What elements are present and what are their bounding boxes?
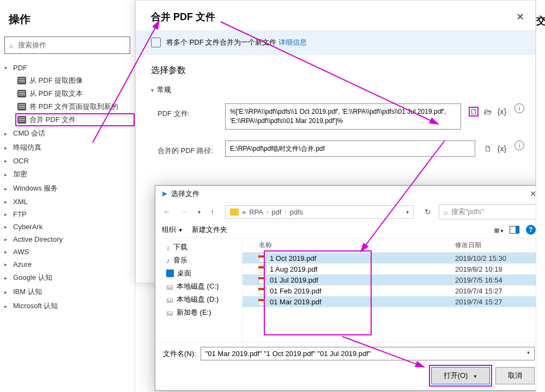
filename-input[interactable]: "01 Mar 2019.pdf" "1 Oct 2019.pdf" "01 J… [201, 347, 535, 360]
select-file-icon[interactable]: 🗋 [483, 144, 493, 154]
section-title: 选择参数 [136, 55, 535, 82]
variable-icon[interactable]: {x} [497, 107, 507, 117]
disk-icon: 🖴 [166, 296, 173, 304]
pdf-icon [151, 38, 161, 47]
merged-path-input[interactable]: E:\RPA\pdf\pdf临时文件\合并.pdf [225, 140, 475, 157]
refresh-icon[interactable]: ↻ [422, 205, 433, 218]
folder-icon[interactable]: 🗁 [483, 107, 493, 117]
tree-group[interactable]: ▸CyberArk [0, 220, 135, 233]
search-actions-input[interactable]: ⌕ 搜索操作 [4, 36, 130, 54]
pdf-files-input[interactable]: %['E:\\RPA\\pdf\\pdfs\\1 Oct 2019.pdf', … [225, 103, 461, 130]
flow-icon: ➤ [161, 189, 168, 199]
search-icon: ⌕ [9, 41, 14, 50]
music-icon: ♪ [166, 256, 170, 265]
disk-icon: 🖴 [166, 283, 173, 291]
file-row[interactable]: 1 Aug 2019.pdf2019/8/2 10:18 [243, 264, 542, 274]
tree-group[interactable]: ▸OCR [0, 155, 135, 167]
info-banner: 将多个 PDF 文件合并为一个新文件 详细信息 [136, 30, 535, 55]
tree-group[interactable]: ▸CMD 会话 [0, 126, 135, 140]
pdf-file-icon [259, 265, 267, 273]
sidebar-desktop[interactable]: 桌面 [155, 267, 242, 280]
chevron-right-icon: ▸ [4, 145, 12, 151]
dialog-title: 合并 PDF 文件 [151, 10, 215, 23]
nav-forward-icon[interactable]: → [178, 206, 190, 217]
tree-item-merge-pdf[interactable]: 合并 PDF 文件 [15, 113, 135, 126]
file-row[interactable]: 01 Jul 2019.pdf2019/7/5 16:54 [243, 274, 542, 285]
action-icon [17, 90, 26, 97]
tree-group[interactable]: ▸XML [0, 195, 135, 208]
info-icon[interactable]: i [514, 103, 524, 113]
chevron-right-icon: ▸ [4, 199, 12, 205]
nav-back-icon[interactable]: ← [161, 206, 173, 217]
info-icon[interactable]: i [514, 140, 524, 150]
preview-pane-icon[interactable] [510, 226, 519, 234]
tree-group[interactable]: ▸加密 [0, 167, 135, 181]
chevron-right-icon: ▸ [4, 131, 12, 137]
file-dialog-title: 选择文件 [171, 189, 199, 199]
search-icon: ⌕ [444, 208, 448, 216]
download-icon: ↓ [166, 243, 170, 252]
chevron-right-icon: ▸ [4, 224, 12, 230]
chevron-down-icon: ▾ [4, 65, 12, 71]
tree-group[interactable]: ▸Windows 服务 [0, 181, 135, 195]
tree-group[interactable]: ▸Microsoft 认知 [0, 299, 135, 313]
tree-group[interactable]: ▸Active Directory [0, 233, 135, 246]
tree-group[interactable]: ▸Azure [0, 258, 135, 271]
nav-up-icon[interactable]: ↑ [208, 206, 216, 217]
tree-item-extract-images[interactable]: 从 PDF 提取图像 [15, 74, 135, 87]
tree-group[interactable]: ▸Google 认知 [0, 271, 135, 285]
tree-group[interactable]: ▸AWS [0, 246, 135, 258]
file-list: 名称 修改日期 1 Oct 2019.pdf2019/10/2 15:301 A… [243, 238, 542, 342]
sidebar-disk-e[interactable]: 🖴新加卷 (E:) [155, 306, 242, 319]
chevron-right-icon: ▸ [4, 171, 12, 177]
select-file-icon[interactable]: 🗋 [469, 107, 479, 117]
chevron-right-icon: ▸ [4, 211, 12, 217]
filename-label: 文件名(N): [163, 349, 196, 359]
tree-item-extract-text[interactable]: 从 PDF 提取文本 [15, 87, 135, 100]
tree-group[interactable]: ▸终端仿真 [0, 140, 135, 155]
sidebar-disk-c[interactable]: 🖴本地磁盘 (C:) [155, 280, 242, 293]
actions-panel: 操作 ⌕ 搜索操作 ▾PDF 从 PDF 提取图像 从 PDF 提取文本 将 P… [0, 0, 135, 392]
param-pdf-files: PDF 文件: %['E:\\RPA\\pdf\\pdfs\\1 Oct 201… [136, 98, 535, 135]
chevron-down-icon: ▾ [527, 350, 530, 358]
pdf-file-icon [259, 254, 267, 262]
view-mode-icon[interactable]: ≣ ▼ [494, 226, 503, 234]
disk-icon: 🖴 [166, 309, 173, 317]
file-row[interactable]: 01 Feb 2019.pdf2019/7/4 15:27 [243, 285, 542, 296]
pdf-file-icon [259, 297, 267, 306]
tree-group-pdf[interactable]: ▾PDF [0, 62, 135, 74]
sidebar-music[interactable]: ♪音乐 [155, 254, 242, 267]
cancel-button[interactable]: 取消 [495, 367, 535, 384]
variable-icon[interactable]: {x} [497, 144, 507, 154]
file-row[interactable]: 01 Mar 2019.pdf2019/7/4 15:27 [243, 296, 542, 307]
subgroup-general[interactable]: ▾常规 [136, 82, 535, 98]
chevron-right-icon: ▸ [4, 236, 12, 242]
tree-item-extract-pages[interactable]: 将 PDF 文件页面提取到新的 [15, 100, 135, 113]
param-merged-path: 合并的 PDF 路径: E:\RPA\pdf\pdf临时文件\合并.pdf 🗋 … [136, 135, 535, 163]
pdf-file-icon [259, 286, 267, 295]
breadcrumb[interactable]: « RPA› pdf› pdfs ▾ [225, 205, 414, 219]
action-icon [17, 77, 26, 84]
tree-group[interactable]: ▸IBM 认知 [0, 285, 135, 299]
chevron-down-icon: ▾ [151, 87, 154, 93]
sidebar-downloads[interactable]: ↓下载 [155, 241, 242, 254]
file-open-dialog: ➤ 选择文件 ✕ ← → ▾ ↑ « RPA› pdf› pdfs ▾ ↻ ⌕搜… [155, 185, 543, 391]
new-folder-button[interactable]: 新建文件夹 [192, 225, 227, 235]
organize-menu[interactable]: 组织 ▼ [162, 225, 183, 235]
nav-recent-icon[interactable]: ▾ [196, 208, 203, 216]
chevron-right-icon: ▸ [4, 303, 12, 309]
file-search-input[interactable]: ⌕搜索"pdfs" [439, 204, 537, 219]
chevron-right-icon: › [284, 209, 286, 215]
tree-group[interactable]: ▸FTP [0, 208, 135, 220]
actions-tree: ▾PDF 从 PDF 提取图像 从 PDF 提取文本 将 PDF 文件页面提取到… [0, 62, 135, 313]
column-name[interactable]: 名称 [248, 241, 455, 250]
column-date[interactable]: 修改日期 [455, 241, 537, 250]
close-icon[interactable]: ✕ [516, 11, 524, 23]
help-icon[interactable]: ? [526, 225, 536, 235]
chevron-right-icon: › [267, 209, 268, 215]
open-button[interactable]: 打开(O) ▼ [431, 367, 490, 384]
file-dialog-sidebar: ↓下载 ♪音乐 桌面 🖴本地磁盘 (C:) 🖴本地磁盘 (D:) 🖴新加卷 (E… [155, 238, 243, 342]
file-row[interactable]: 1 Oct 2019.pdf2019/10/2 15:30 [243, 253, 542, 264]
sidebar-disk-d[interactable]: 🖴本地磁盘 (D:) [155, 293, 242, 306]
details-link[interactable]: 详细信息 [278, 38, 307, 46]
